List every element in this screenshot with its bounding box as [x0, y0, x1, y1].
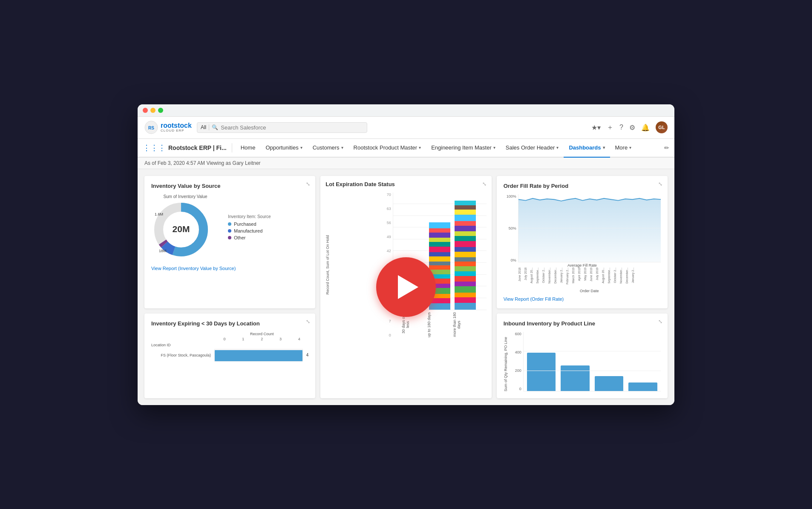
nav-customers[interactable]: Customers ▾: [308, 139, 348, 158]
expand-icon-5[interactable]: ⤡: [658, 319, 662, 325]
notifications-icon[interactable]: 🔔: [641, 124, 650, 132]
inventory-expiring-title: Inventory Expiring < 30 Days by Location: [151, 320, 308, 327]
expiring-x-header: Record Count: [151, 332, 308, 336]
search-icon: 🔍: [212, 124, 218, 130]
tick-3: 3: [271, 337, 290, 341]
lot-x-label-2: up to 180 days: [427, 312, 452, 337]
customers-chevron: ▾: [341, 145, 343, 150]
expiring-row-1-value: 4: [306, 353, 309, 357]
lot-y-axis-label: Record Count, Sum of Lot On Hold: [325, 235, 330, 295]
purchased-label: Purchased: [234, 221, 256, 227]
y-tick-42: 42: [332, 249, 391, 253]
nav-sales-order[interactable]: Sales Order Header ▾: [501, 139, 564, 158]
nav-opportunities-label: Opportunities: [265, 144, 298, 151]
manufactured-dot: [228, 229, 231, 233]
x-dec19: December...: [625, 267, 631, 284]
inbound-bar-1: [527, 353, 556, 391]
app-grid-icon[interactable]: ⋮⋮⋮: [143, 143, 166, 152]
seg12: [429, 252, 450, 256]
search-input[interactable]: [221, 124, 363, 131]
seg21b: [455, 201, 476, 205]
y-tick-49: 49: [332, 235, 391, 239]
user-avatar[interactable]: GL: [656, 121, 668, 133]
legend-manufactured: Manufactured: [228, 228, 271, 233]
donut-label-bottom: 18M: [159, 249, 167, 253]
search-bar[interactable]: All 🔍: [197, 122, 367, 133]
nav-edit-icon[interactable]: ✏: [664, 144, 669, 151]
x-dec18: December...: [554, 267, 560, 284]
order-fill-rate-title: Order Fill Rate by Period: [504, 183, 661, 189]
expand-icon-3[interactable]: ⤡: [658, 181, 662, 187]
seg20b: [455, 205, 476, 210]
add-icon[interactable]: ＋: [607, 123, 613, 132]
order-fill-y-label: Average Fill Rate: [504, 263, 661, 267]
browser-dots: [143, 108, 163, 113]
tick-0: 0: [215, 337, 234, 341]
expand-icon-1[interactable]: ⤡: [306, 181, 310, 187]
viewing-bar: As of Feb 3, 2020 4:57 AM Viewing as Gar…: [138, 158, 674, 169]
x-may19: May 2019: [584, 267, 590, 281]
x-aug18: August 20...: [530, 267, 536, 283]
y-tick-70: 70: [332, 193, 391, 197]
inbound-y-600: 600: [510, 332, 521, 336]
rootstock-logo-icon: RS: [144, 121, 158, 134]
seg11: [429, 256, 450, 262]
y-tick-14: 14: [332, 305, 391, 309]
other-dot: [228, 236, 231, 239]
tick-4: 4: [290, 337, 308, 341]
close-dot[interactable]: [143, 108, 148, 113]
y-tick-35: 35: [332, 263, 391, 267]
y-tick-56: 56: [332, 221, 391, 225]
seg1: [429, 303, 450, 310]
inbound-bars-container: [523, 332, 661, 391]
donut-label-top: 1.6M: [155, 212, 163, 216]
inbound-bar-4: [628, 382, 657, 391]
nav-home[interactable]: Home: [236, 139, 261, 158]
settings-icon[interactable]: ⚙: [629, 124, 635, 132]
order-fill-view-report[interactable]: View Report (Order Fill Rate): [504, 296, 661, 302]
header-icons: ★▾ ＋ ? ⚙ 🔔 GL: [591, 121, 668, 133]
inventory-expiring-card: ⤡ Inventory Expiring < 30 Days by Locati…: [144, 313, 315, 398]
x-jun19: June 2019: [590, 267, 596, 282]
order-fill-line-svg: [518, 194, 661, 262]
maximize-dot[interactable]: [158, 108, 163, 113]
order-fill-y-axis: 100% 50% 0%: [504, 194, 516, 262]
expiring-row-1: FS (Floor Stock, Pascagoula) 4: [151, 349, 308, 362]
seg18b: [455, 215, 476, 221]
play-button[interactable]: [376, 257, 436, 317]
x-oct19: October 2...: [613, 267, 619, 283]
nav-more[interactable]: More ▾: [610, 139, 637, 158]
order-fill-rate-card: ⤡ Order Fill Rate by Period 100% 50% 0%: [497, 176, 668, 308]
inbound-y-200: 200: [510, 368, 521, 373]
inventory-value-view-report[interactable]: View Report (Inventory Value by Source): [151, 266, 308, 271]
seg14: [429, 242, 450, 247]
donut-chart: Sum of Inventory Value 20M 1.6M 1: [151, 194, 219, 262]
tick-1: 1: [234, 337, 253, 341]
seg14b: [455, 236, 476, 241]
legend-other: Other: [228, 235, 271, 240]
search-all-dropdown[interactable]: All: [201, 124, 209, 130]
logo-text: rootstock CLOUD ERP: [161, 122, 192, 132]
x-aug19: August 20...: [602, 267, 608, 283]
inbound-grid-line-1: [524, 351, 661, 351]
nav-dashboards[interactable]: Dashboards ▾: [564, 139, 610, 158]
inbound-chart: Sum of Qty Remaining, PO Line 600 400 20…: [504, 332, 661, 391]
viewing-text: As of Feb 3, 2020 4:57 AM Viewing as Gar…: [144, 160, 261, 166]
y-tick-0: 0: [332, 333, 391, 337]
sales-order-chevron: ▾: [556, 145, 559, 150]
seg10b: [455, 257, 476, 262]
order-fill-x-label: Order Date: [504, 289, 661, 293]
nav-engineering[interactable]: Engineering Item Master ▾: [426, 139, 501, 158]
donut-chart-container: Sum of Inventory Value 20M 1.6M 1: [151, 194, 308, 262]
svg-text:RS: RS: [148, 126, 154, 130]
help-icon[interactable]: ?: [619, 124, 623, 131]
favorites-icon[interactable]: ★▾: [591, 124, 601, 132]
nav-product-master[interactable]: Rootstock Product Master ▾: [348, 139, 426, 158]
minimize-dot[interactable]: [150, 108, 155, 113]
seg10: [429, 262, 450, 265]
expand-icon-4[interactable]: ⤡: [306, 319, 310, 325]
nav-opportunities[interactable]: Opportunities ▾: [260, 139, 307, 158]
dashboard-area: ⤡ Inventory Value by Source Sum of Inven…: [138, 169, 674, 405]
nav-customers-label: Customers: [313, 144, 340, 151]
inbound-bar-2: [561, 365, 590, 391]
